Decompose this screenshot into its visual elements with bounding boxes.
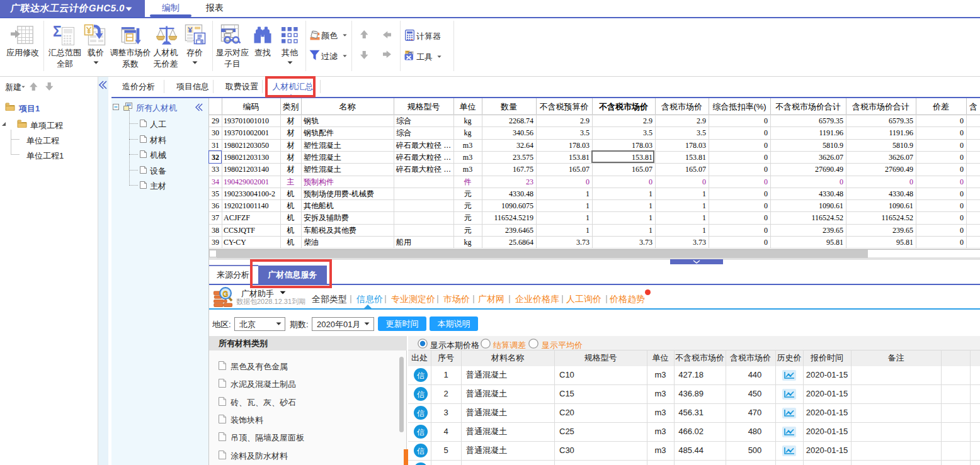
svg-text:信: 信 <box>417 409 424 418</box>
svg-text:信: 信 <box>417 371 424 380</box>
svg-text:信: 信 <box>417 390 424 399</box>
svg-text:G: G <box>222 289 228 298</box>
svg-text:信: 信 <box>417 447 424 456</box>
svg-text:Σ: Σ <box>53 24 62 40</box>
svg-text:信: 信 <box>417 428 424 437</box>
